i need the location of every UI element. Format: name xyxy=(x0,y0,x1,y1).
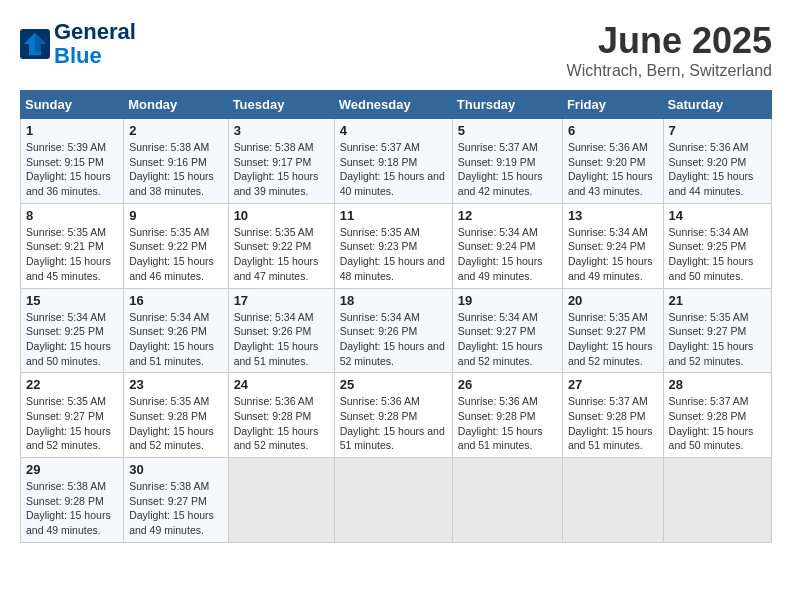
sunrise-text: Sunrise: 5:39 AM xyxy=(26,140,118,155)
daylight-text: Daylight: 15 hours and 48 minutes. xyxy=(340,254,447,283)
day-number: 16 xyxy=(129,293,222,308)
sunrise-text: Sunrise: 5:35 AM xyxy=(669,310,766,325)
daylight-text: Daylight: 15 hours and 50 minutes. xyxy=(669,424,766,453)
day-number: 21 xyxy=(669,293,766,308)
sunrise-text: Sunrise: 5:37 AM xyxy=(568,394,658,409)
sunrise-text: Sunrise: 5:34 AM xyxy=(458,310,557,325)
day-info: Sunrise: 5:34 AMSunset: 9:24 PMDaylight:… xyxy=(568,225,658,284)
day-number: 6 xyxy=(568,123,658,138)
sunrise-text: Sunrise: 5:36 AM xyxy=(234,394,329,409)
day-number: 29 xyxy=(26,462,118,477)
day-number: 22 xyxy=(26,377,118,392)
day-info: Sunrise: 5:35 AMSunset: 9:27 PMDaylight:… xyxy=(568,310,658,369)
sunset-text: Sunset: 9:21 PM xyxy=(26,239,118,254)
calendar-cell: 27Sunrise: 5:37 AMSunset: 9:28 PMDayligh… xyxy=(562,373,663,458)
sunset-text: Sunset: 9:26 PM xyxy=(234,324,329,339)
header-row: SundayMondayTuesdayWednesdayThursdayFrid… xyxy=(21,91,772,119)
day-number: 8 xyxy=(26,208,118,223)
day-info: Sunrise: 5:35 AMSunset: 9:22 PMDaylight:… xyxy=(129,225,222,284)
calendar-row-3: 22Sunrise: 5:35 AMSunset: 9:27 PMDayligh… xyxy=(21,373,772,458)
day-info: Sunrise: 5:37 AMSunset: 9:19 PMDaylight:… xyxy=(458,140,557,199)
daylight-text: Daylight: 15 hours and 52 minutes. xyxy=(26,424,118,453)
sunrise-text: Sunrise: 5:36 AM xyxy=(458,394,557,409)
calendar-cell: 23Sunrise: 5:35 AMSunset: 9:28 PMDayligh… xyxy=(124,373,228,458)
daylight-text: Daylight: 15 hours and 45 minutes. xyxy=(26,254,118,283)
day-number: 30 xyxy=(129,462,222,477)
sunrise-text: Sunrise: 5:37 AM xyxy=(340,140,447,155)
daylight-text: Daylight: 15 hours and 50 minutes. xyxy=(26,339,118,368)
logo-line2: Blue xyxy=(54,43,102,68)
title-block: June 2025 Wichtrach, Bern, Switzerland xyxy=(567,20,772,80)
day-info: Sunrise: 5:34 AMSunset: 9:24 PMDaylight:… xyxy=(458,225,557,284)
sunrise-text: Sunrise: 5:35 AM xyxy=(234,225,329,240)
calendar-cell: 6Sunrise: 5:36 AMSunset: 9:20 PMDaylight… xyxy=(562,119,663,204)
column-header-sunday: Sunday xyxy=(21,91,124,119)
sunrise-text: Sunrise: 5:36 AM xyxy=(669,140,766,155)
sunset-text: Sunset: 9:28 PM xyxy=(340,409,447,424)
daylight-text: Daylight: 15 hours and 52 minutes. xyxy=(568,339,658,368)
sunrise-text: Sunrise: 5:37 AM xyxy=(669,394,766,409)
day-info: Sunrise: 5:35 AMSunset: 9:23 PMDaylight:… xyxy=(340,225,447,284)
sunset-text: Sunset: 9:26 PM xyxy=(340,324,447,339)
sunrise-text: Sunrise: 5:38 AM xyxy=(129,140,222,155)
sunset-text: Sunset: 9:27 PM xyxy=(26,409,118,424)
logo: General Blue xyxy=(20,20,136,68)
calendar-cell: 18Sunrise: 5:34 AMSunset: 9:26 PMDayligh… xyxy=(334,288,452,373)
calendar-cell: 28Sunrise: 5:37 AMSunset: 9:28 PMDayligh… xyxy=(663,373,771,458)
calendar-cell: 9Sunrise: 5:35 AMSunset: 9:22 PMDaylight… xyxy=(124,203,228,288)
logo-icon xyxy=(20,29,50,59)
calendar-cell: 17Sunrise: 5:34 AMSunset: 9:26 PMDayligh… xyxy=(228,288,334,373)
calendar-cell: 10Sunrise: 5:35 AMSunset: 9:22 PMDayligh… xyxy=(228,203,334,288)
sunset-text: Sunset: 9:16 PM xyxy=(129,155,222,170)
sunset-text: Sunset: 9:24 PM xyxy=(458,239,557,254)
daylight-text: Daylight: 15 hours and 46 minutes. xyxy=(129,254,222,283)
day-number: 24 xyxy=(234,377,329,392)
page-title: June 2025 xyxy=(567,20,772,62)
calendar-cell: 7Sunrise: 5:36 AMSunset: 9:20 PMDaylight… xyxy=(663,119,771,204)
day-number: 3 xyxy=(234,123,329,138)
sunset-text: Sunset: 9:20 PM xyxy=(669,155,766,170)
day-number: 28 xyxy=(669,377,766,392)
day-info: Sunrise: 5:38 AMSunset: 9:16 PMDaylight:… xyxy=(129,140,222,199)
day-number: 12 xyxy=(458,208,557,223)
sunset-text: Sunset: 9:25 PM xyxy=(26,324,118,339)
day-info: Sunrise: 5:38 AMSunset: 9:17 PMDaylight:… xyxy=(234,140,329,199)
calendar-cell xyxy=(228,458,334,543)
sunrise-text: Sunrise: 5:36 AM xyxy=(340,394,447,409)
daylight-text: Daylight: 15 hours and 50 minutes. xyxy=(669,254,766,283)
daylight-text: Daylight: 15 hours and 51 minutes. xyxy=(458,424,557,453)
sunrise-text: Sunrise: 5:38 AM xyxy=(234,140,329,155)
calendar-row-1: 8Sunrise: 5:35 AMSunset: 9:21 PMDaylight… xyxy=(21,203,772,288)
day-number: 11 xyxy=(340,208,447,223)
calendar-cell: 11Sunrise: 5:35 AMSunset: 9:23 PMDayligh… xyxy=(334,203,452,288)
sunrise-text: Sunrise: 5:34 AM xyxy=(669,225,766,240)
calendar-cell: 20Sunrise: 5:35 AMSunset: 9:27 PMDayligh… xyxy=(562,288,663,373)
column-header-tuesday: Tuesday xyxy=(228,91,334,119)
sunrise-text: Sunrise: 5:35 AM xyxy=(340,225,447,240)
daylight-text: Daylight: 15 hours and 49 minutes. xyxy=(129,508,222,537)
day-info: Sunrise: 5:37 AMSunset: 9:28 PMDaylight:… xyxy=(568,394,658,453)
day-info: Sunrise: 5:36 AMSunset: 9:28 PMDaylight:… xyxy=(340,394,447,453)
sunset-text: Sunset: 9:28 PM xyxy=(234,409,329,424)
day-info: Sunrise: 5:38 AMSunset: 9:27 PMDaylight:… xyxy=(129,479,222,538)
day-number: 2 xyxy=(129,123,222,138)
day-info: Sunrise: 5:35 AMSunset: 9:21 PMDaylight:… xyxy=(26,225,118,284)
sunrise-text: Sunrise: 5:38 AM xyxy=(129,479,222,494)
sunset-text: Sunset: 9:23 PM xyxy=(340,239,447,254)
daylight-text: Daylight: 15 hours and 51 minutes. xyxy=(234,339,329,368)
sunrise-text: Sunrise: 5:34 AM xyxy=(26,310,118,325)
sunset-text: Sunset: 9:28 PM xyxy=(129,409,222,424)
day-number: 18 xyxy=(340,293,447,308)
sunset-text: Sunset: 9:27 PM xyxy=(669,324,766,339)
sunset-text: Sunset: 9:28 PM xyxy=(458,409,557,424)
calendar-cell: 26Sunrise: 5:36 AMSunset: 9:28 PMDayligh… xyxy=(452,373,562,458)
daylight-text: Daylight: 15 hours and 49 minutes. xyxy=(568,254,658,283)
page-header: General Blue June 2025 Wichtrach, Bern, … xyxy=(20,20,772,80)
daylight-text: Daylight: 15 hours and 52 minutes. xyxy=(340,339,447,368)
daylight-text: Daylight: 15 hours and 51 minutes. xyxy=(129,339,222,368)
sunset-text: Sunset: 9:28 PM xyxy=(568,409,658,424)
column-header-thursday: Thursday xyxy=(452,91,562,119)
day-info: Sunrise: 5:34 AMSunset: 9:25 PMDaylight:… xyxy=(669,225,766,284)
sunrise-text: Sunrise: 5:34 AM xyxy=(129,310,222,325)
day-info: Sunrise: 5:35 AMSunset: 9:27 PMDaylight:… xyxy=(26,394,118,453)
